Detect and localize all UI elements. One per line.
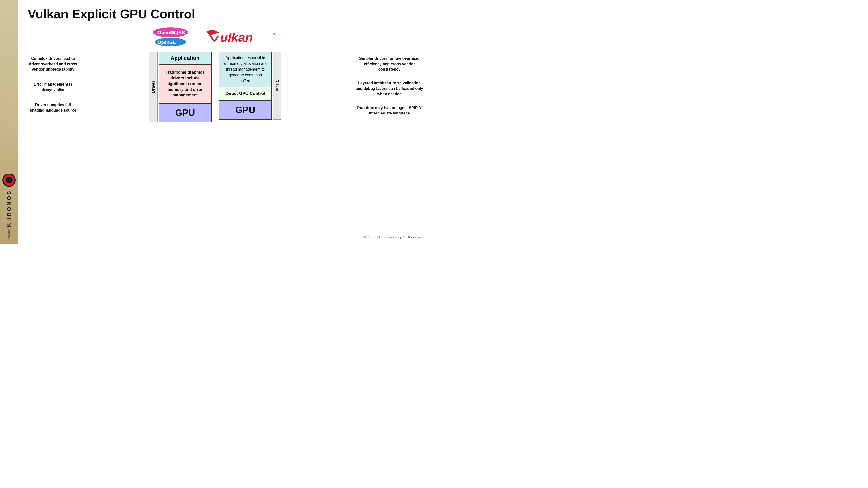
diagrams-area: OpenGL|ES ™ OpenGL ™ ulka xyxy=(81,27,350,123)
khronos-name: KHRONOS xyxy=(6,190,12,227)
vulkan-gpu-box: GPU xyxy=(219,100,272,120)
vulkan-app-box: Application responsible for memory alloc… xyxy=(219,52,272,87)
content-area: Complex drivers lead to driver overhead … xyxy=(28,27,424,233)
traditional-driver-label: Driver xyxy=(149,52,158,123)
left-annotation-3: Driver compiles full shading language so… xyxy=(28,102,79,113)
vulkan-driver-label: Driver xyxy=(273,52,281,120)
khronos-group-label: GROUP xyxy=(8,229,10,239)
vulkan-logo: ulkan ™ xyxy=(205,29,278,45)
vulkan-gpu-control-box: Direct GPU Control xyxy=(219,87,272,100)
svg-text:ulkan: ulkan xyxy=(220,30,253,44)
vulkan-diagram: Application responsible for memory alloc… xyxy=(219,52,281,120)
sidebar: KHRONOS GROUP xyxy=(0,0,18,244)
traditional-app-box: Application xyxy=(159,52,212,65)
main-content: Vulkan Explicit GPU Control Complex driv… xyxy=(18,0,434,244)
traditional-driver-box: Traditional graphics drivers include sig… xyxy=(159,65,212,103)
left-annotations: Complex drivers lead to driver overhead … xyxy=(28,27,81,113)
opengles-logo: OpenGL|ES ™ xyxy=(153,27,198,38)
svg-text:OpenGL: OpenGL xyxy=(157,40,176,45)
khronos-circle-inner xyxy=(6,177,12,184)
left-annotation-2: Error management is always active xyxy=(28,82,79,93)
svg-text:OpenGL|ES: OpenGL|ES xyxy=(157,30,185,35)
svg-text:™: ™ xyxy=(271,32,275,37)
diagrams-row: Driver Application Traditional graphics … xyxy=(149,52,281,123)
opengl-logos: OpenGL|ES ™ OpenGL ™ xyxy=(153,27,198,47)
svg-text:™: ™ xyxy=(190,29,193,32)
traditional-gpu-box: GPU xyxy=(159,103,212,123)
opengl-logo: OpenGL ™ xyxy=(155,37,196,47)
traditional-boxes: Application Traditional graphics drivers… xyxy=(159,52,212,123)
svg-text:™: ™ xyxy=(186,38,189,42)
footer: © Copyright Khronos Group 2016 - Page 20 xyxy=(28,235,424,239)
khronos-logo: KHRONOS GROUP xyxy=(2,173,16,239)
right-annotation-1: Simpler drivers for low-overhead efficie… xyxy=(354,56,424,72)
page-title: Vulkan Explicit GPU Control xyxy=(28,7,424,21)
right-annotations: Simpler drivers for low-overhead efficie… xyxy=(350,27,424,116)
khronos-circle-icon xyxy=(2,173,16,187)
left-annotation-1: Complex drivers lead to driver overhead … xyxy=(28,56,79,72)
right-annotation-3: Run-time only has to ingest SPIR-V inter… xyxy=(354,105,424,116)
vulkan-boxes: Application responsible for memory alloc… xyxy=(219,52,272,120)
traditional-diagram: Driver Application Traditional graphics … xyxy=(149,52,212,123)
copyright-text: © Copyright Khronos Group 2016 - Page 20 xyxy=(363,235,424,239)
logos-row: OpenGL|ES ™ OpenGL ™ ulka xyxy=(81,27,350,47)
right-annotation-2: Layered architecture so validation and d… xyxy=(354,80,424,97)
